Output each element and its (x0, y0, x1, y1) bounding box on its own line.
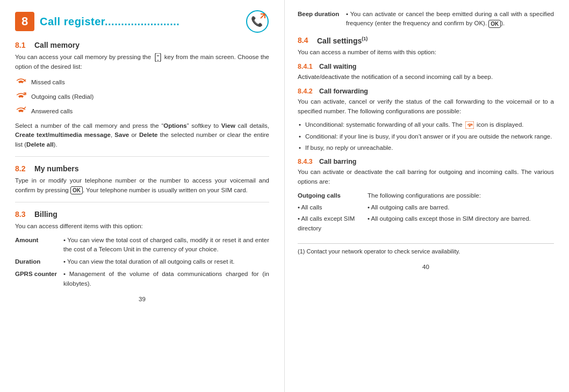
billing-term-duration: Duration (15, 257, 63, 266)
billing-row-amount: Amount • You can view the total cost of … (15, 236, 269, 255)
billing-desc-duration: • You can view the total duration of all… (63, 257, 269, 266)
forward-icon (465, 121, 474, 129)
section-8-4-3-title: Call barring (319, 158, 356, 165)
section-8-4-1-heading: 8.4.1 Call waiting (298, 63, 554, 70)
bullet-item: Conditional: if your line is busy, if yo… (298, 132, 554, 141)
left-page-number: 39 (15, 296, 269, 302)
section-8-2-body: Type in or modify your telephone number … (15, 176, 269, 195)
outgoing-calls-label: Outgoing calls (Redial) (31, 93, 93, 100)
barring-data-row-1: • All calls • All outgoing calls are bar… (298, 203, 554, 213)
billing-desc-amount: • You can view the total cost of charged… (63, 236, 269, 255)
section-8-4-2-heading: 8.4.2 Call forwarding (298, 88, 554, 95)
section-8-2-heading: 8.2 My numbers (15, 164, 269, 173)
section-8-4-2-title: Call forwarding (319, 88, 368, 95)
chapter-heading: 8 Call register....................... 📞 (15, 10, 269, 33)
section-8-4-3-body: You can activate or deactivate the call … (298, 168, 554, 187)
billing-term-amount: Amount (15, 236, 63, 255)
billing-row-duration: Duration • You can view the total durati… (15, 257, 269, 266)
section-8-2-title: My numbers (34, 164, 78, 173)
section-8-4-1-number: 8.4.1 (298, 63, 316, 70)
section-8-3-title: Billing (34, 210, 57, 219)
section-8-4-intro: You can access a number of items with th… (298, 48, 554, 57)
call-memory-list: Missed calls Outgoing calls (Redial) Ans… (15, 76, 269, 117)
section-8-4-1-title: Call waiting (319, 63, 356, 70)
ok-symbol: OK (70, 186, 83, 194)
section-8-1-intro: You can access your call memory by press… (15, 53, 269, 72)
barring-left-2: • All calls except SIM directory (298, 214, 368, 234)
section-8-4-3-heading: 8.4.3 Call barring (298, 158, 554, 165)
section-8-4-heading: 8.4 Call settings(1) (298, 36, 554, 45)
divider-2 (15, 202, 269, 202)
barring-table: Outgoing calls The following configurati… (298, 191, 554, 234)
section-8-3-intro: You can access different items with this… (15, 222, 269, 231)
barring-header-left: Outgoing calls (298, 191, 368, 201)
answered-calls-label: Answered calls (31, 108, 73, 114)
phone-register-icon: 📞 (246, 10, 269, 33)
billing-row-beep: Beep duration • You can activate or canc… (298, 10, 554, 28)
missed-calls-label: Missed calls (31, 79, 65, 85)
section-8-4-title: Call settings(1) (317, 36, 368, 45)
answered-calls-icon (15, 105, 27, 117)
section-8-4-2-number: 8.4.2 (298, 88, 316, 95)
page-container: 8 Call register....................... 📞… (0, 0, 569, 392)
barring-header-right: The following configurations are possibl… (368, 191, 554, 201)
billing-desc-gprs: • Management of the volume of data commu… (63, 270, 269, 288)
missed-calls-icon (15, 76, 27, 88)
ok-symbol-beep: OK (488, 20, 501, 28)
barring-left-1: • All calls (298, 203, 368, 213)
billing-term-beep: Beep duration (298, 10, 346, 28)
list-item: Missed calls (15, 76, 269, 88)
billing-row-gprs: GPRS counter • Management of the volume … (15, 270, 269, 288)
section-8-4-3-number: 8.4.3 (298, 158, 316, 165)
barring-data-row-2: • All calls except SIM directory • All o… (298, 214, 554, 234)
list-item: Outgoing calls (Redial) (15, 91, 269, 103)
section-8-1-number: 8.1 (15, 41, 30, 49)
right-page-number: 40 (298, 264, 554, 270)
section-8-4-number: 8.4 (298, 36, 313, 45)
section-8-1-title: Call memory (34, 41, 80, 49)
section-8-1-heading: 8.1 Call memory (15, 41, 269, 49)
barring-right-2: • All outgoing calls except those in SIM… (368, 214, 554, 234)
divider (15, 156, 269, 157)
section-8-2-number: 8.2 (15, 164, 30, 173)
billing-term-gprs: GPRS counter (15, 270, 63, 288)
right-page: Beep duration • You can activate or canc… (285, 0, 569, 392)
bullet-item: If busy, no reply or unreachable. (298, 143, 554, 153)
section-8-4-1-body: Activate/deactivate the notification of … (298, 72, 554, 82)
bullet-item: Unconditional: systematic forwarding of … (298, 120, 554, 129)
barring-right-1: • All outgoing calls are barred. (368, 203, 554, 213)
phone-key-icon (155, 53, 161, 62)
footnote: (1) Contact your network operator to che… (298, 243, 554, 256)
billing-table: Amount • You can view the total cost of … (15, 236, 269, 288)
left-page: 8 Call register....................... 📞… (0, 0, 285, 392)
section-8-4-superscript: (1) (362, 36, 368, 41)
section-8-3-number: 8.3 (15, 210, 30, 219)
barring-header-row: Outgoing calls The following configurati… (298, 191, 554, 201)
chapter-number: 8 (15, 12, 34, 31)
outgoing-calls-icon (15, 91, 27, 103)
section-8-1-body: Select a number of the call memory and p… (15, 121, 269, 150)
forwarding-bullets: Unconditional: systematic forwarding of … (298, 120, 554, 153)
list-item: Answered calls (15, 105, 269, 117)
section-8-3-heading: 8.3 Billing (15, 210, 269, 219)
section-8-4-2-body: You can activate, cancel or verify the s… (298, 97, 554, 117)
beep-duration-table: Beep duration • You can activate or canc… (298, 10, 554, 28)
chapter-title: Call register....................... (40, 16, 241, 28)
billing-desc-beep: • You can activate or cancel the beep em… (346, 10, 554, 28)
